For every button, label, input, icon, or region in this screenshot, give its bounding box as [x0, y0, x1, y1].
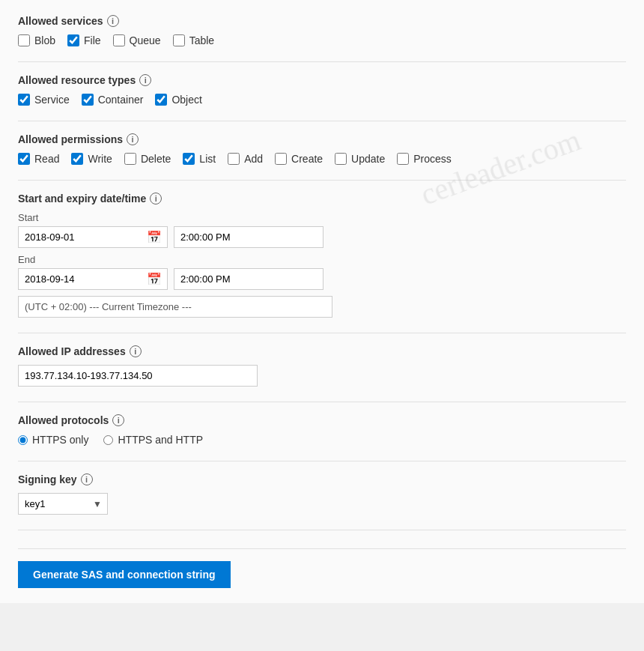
end-date-input[interactable]	[18, 268, 168, 290]
resource-object-item[interactable]: Object	[155, 94, 201, 106]
allowed-protocols-title: Allowed protocols	[18, 414, 109, 426]
perm-read-checkbox[interactable]	[18, 153, 30, 165]
generate-sas-button[interactable]: Generate SAS and connection string	[18, 561, 231, 588]
perm-write-checkbox[interactable]	[71, 153, 83, 165]
resource-service-item[interactable]: Service	[18, 94, 70, 106]
allowed-ip-label: Allowed IP addresses i	[18, 345, 626, 357]
end-date-row: 📅	[18, 268, 626, 290]
timezone-wrapper	[18, 296, 626, 318]
allowed-services-section: Allowed services i Blob File Queue Table	[18, 15, 626, 46]
perm-add-checkbox[interactable]	[228, 153, 240, 165]
allowed-services-group: Blob File Queue Table	[18, 34, 626, 46]
service-queue-item[interactable]: Queue	[113, 34, 161, 46]
signing-key-select-wrapper: key1 key2 ▼	[18, 493, 108, 515]
allowed-services-label: Allowed services i	[18, 15, 626, 27]
perm-process-checkbox[interactable]	[397, 153, 409, 165]
perm-write-label: Write	[88, 153, 112, 165]
allowed-services-info-icon[interactable]: i	[107, 15, 119, 27]
resource-container-item[interactable]: Container	[82, 94, 144, 106]
perm-create-checkbox[interactable]	[275, 153, 287, 165]
perm-delete-checkbox[interactable]	[124, 153, 136, 165]
allowed-ip-info-icon[interactable]: i	[130, 345, 142, 357]
date-time-label: Start and expiry date/time i	[18, 193, 626, 205]
protocols-radio-group: HTTPS only HTTPS and HTTP	[18, 434, 626, 446]
allowed-services-title: Allowed services	[18, 15, 103, 27]
timezone-input[interactable]	[18, 296, 332, 318]
allowed-protocols-section: Allowed protocols i HTTPS only HTTPS and…	[18, 414, 626, 446]
date-time-info-icon[interactable]: i	[150, 193, 162, 205]
perm-write-item[interactable]: Write	[71, 153, 112, 165]
end-label: End	[18, 254, 626, 265]
perm-delete-label: Delete	[141, 153, 171, 165]
ip-input[interactable]	[18, 365, 258, 387]
blob-label: Blob	[34, 34, 55, 46]
perm-list-item[interactable]: List	[183, 153, 216, 165]
allowed-protocols-label: Allowed protocols i	[18, 414, 626, 426]
service-table-item[interactable]: Table	[173, 34, 214, 46]
allowed-resource-types-info-icon[interactable]: i	[139, 74, 151, 86]
date-time-title: Start and expiry date/time	[18, 193, 146, 205]
signing-key-info-icon[interactable]: i	[81, 473, 93, 485]
start-date-row: 📅	[18, 226, 626, 248]
perm-read-label: Read	[34, 153, 59, 165]
perm-process-label: Process	[413, 153, 452, 165]
allowed-resource-types-group: Service Container Object	[18, 94, 626, 106]
perm-add-item[interactable]: Add	[228, 153, 263, 165]
perm-delete-item[interactable]: Delete	[124, 153, 171, 165]
file-checkbox[interactable]	[67, 34, 79, 46]
blob-checkbox[interactable]	[18, 34, 30, 46]
perm-list-label: List	[199, 153, 216, 165]
table-label: Table	[189, 34, 214, 46]
allowed-ip-title: Allowed IP addresses	[18, 345, 126, 357]
allowed-ip-section: Allowed IP addresses i	[18, 345, 626, 387]
resource-object-label: Object	[171, 94, 201, 106]
allowed-protocols-info-icon[interactable]: i	[112, 414, 124, 426]
allowed-permissions-title: Allowed permissions	[18, 133, 123, 145]
file-label: File	[84, 34, 101, 46]
resource-container-checkbox[interactable]	[82, 94, 94, 106]
signing-key-title: Signing key	[18, 473, 77, 485]
perm-create-item[interactable]: Create	[275, 153, 323, 165]
perm-update-checkbox[interactable]	[335, 153, 347, 165]
protocol-https-http-radio[interactable]	[103, 435, 113, 445]
allowed-permissions-group: Read Write Delete List Add Create	[18, 153, 626, 165]
start-date-input[interactable]	[18, 226, 168, 248]
allowed-permissions-info-icon[interactable]: i	[127, 133, 139, 145]
resource-object-checkbox[interactable]	[155, 94, 167, 106]
perm-create-label: Create	[291, 153, 323, 165]
signing-key-select[interactable]: key1 key2	[18, 493, 108, 515]
table-checkbox[interactable]	[173, 34, 185, 46]
allowed-permissions-section: Allowed permissions i Read Write Delete …	[18, 133, 626, 165]
queue-label: Queue	[130, 34, 161, 46]
start-label: Start	[18, 212, 626, 223]
signing-key-label: Signing key i	[18, 473, 626, 485]
resource-service-checkbox[interactable]	[18, 94, 30, 106]
queue-checkbox[interactable]	[113, 34, 125, 46]
end-time-input[interactable]	[174, 268, 323, 290]
allowed-resource-types-title: Allowed resource types	[18, 74, 136, 86]
service-blob-item[interactable]: Blob	[18, 34, 55, 46]
start-time-input[interactable]	[174, 226, 323, 248]
allowed-permissions-label: Allowed permissions i	[18, 133, 626, 145]
date-time-section: Start and expiry date/time i Start 📅 End…	[18, 193, 626, 318]
protocol-https-only-label: HTTPS only	[32, 434, 88, 446]
perm-update-item[interactable]: Update	[335, 153, 385, 165]
perm-list-checkbox[interactable]	[183, 153, 195, 165]
protocol-https-http-item[interactable]: HTTPS and HTTP	[103, 434, 203, 446]
allowed-resource-types-section: Allowed resource types i Service Contain…	[18, 74, 626, 106]
generate-section: Generate SAS and connection string	[18, 548, 626, 588]
protocol-https-http-label: HTTPS and HTTP	[118, 434, 203, 446]
service-file-item[interactable]: File	[67, 34, 101, 46]
perm-update-label: Update	[351, 153, 385, 165]
resource-container-label: Container	[98, 94, 144, 106]
allowed-resource-types-label: Allowed resource types i	[18, 74, 626, 86]
end-date-wrapper: 📅	[18, 268, 168, 290]
perm-add-label: Add	[244, 153, 263, 165]
perm-read-item[interactable]: Read	[18, 153, 59, 165]
protocol-https-only-radio[interactable]	[18, 435, 28, 445]
perm-process-item[interactable]: Process	[397, 153, 452, 165]
protocol-https-only-item[interactable]: HTTPS only	[18, 434, 88, 446]
signing-key-section: Signing key i key1 key2 ▼	[18, 473, 626, 515]
resource-service-label: Service	[34, 94, 70, 106]
start-date-wrapper: 📅	[18, 226, 168, 248]
